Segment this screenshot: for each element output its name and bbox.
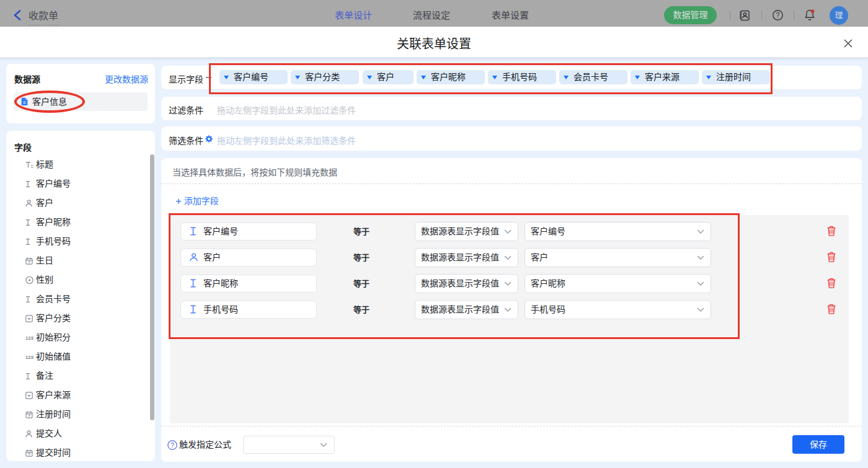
- svg-text:?: ?: [776, 11, 780, 19]
- svg-text:?: ?: [170, 442, 174, 449]
